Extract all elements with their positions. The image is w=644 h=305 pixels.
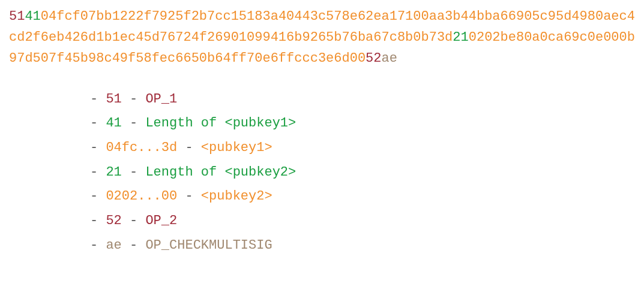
legend-block: - 51 - OP_1- 41 - Length of <pubkey1>- 0…	[9, 87, 635, 258]
legend-dash: -	[90, 116, 106, 131]
legend-dash: -	[90, 189, 106, 204]
legend-dash: -	[90, 140, 106, 155]
legend-byte: 21	[106, 165, 121, 180]
legend-description: Length of <pubkey1>	[145, 116, 296, 131]
legend-dash: -	[177, 140, 201, 155]
legend-row: - 0202...00 - <pubkey2>	[90, 185, 635, 209]
legend-row: - 04fc...3d - <pubkey1>	[90, 136, 635, 161]
legend-description: <pubkey1>	[201, 140, 272, 155]
legend-dash: -	[90, 92, 106, 107]
legend-description: OP_1	[145, 92, 177, 107]
legend-dash: -	[177, 189, 201, 204]
legend-row: - 41 - Length of <pubkey1>	[90, 111, 635, 136]
legend-dash: -	[90, 165, 106, 180]
legend-byte: 41	[106, 116, 121, 131]
legend-dash: -	[90, 213, 106, 228]
legend-row: - 52 - OP_2	[90, 209, 635, 234]
legend-description: OP_2	[145, 213, 177, 228]
legend-dash: -	[122, 165, 146, 180]
legend-dash: -	[122, 213, 146, 228]
legend-byte: ae	[106, 238, 121, 253]
hex-opcode-checkmultisig: ae	[382, 51, 397, 66]
legend-description: Length of <pubkey2>	[145, 165, 296, 180]
legend-description: <pubkey2>	[201, 189, 272, 204]
legend-description: OP_CHECKMULTISIG	[145, 238, 272, 253]
legend-row: - ae - OP_CHECKMULTISIG	[90, 234, 635, 258]
legend-dash: -	[122, 116, 146, 131]
hex-length-pubkey1: 41	[25, 9, 40, 24]
hex-length-pubkey2: 21	[453, 30, 468, 45]
hex-string-block: 514104fcf07bb1222f7925f2b7cc15183a40443c…	[9, 6, 635, 70]
legend-dash: -	[122, 238, 146, 253]
legend-byte: 52	[106, 213, 121, 228]
legend-dash: -	[122, 92, 146, 107]
legend-row: - 51 - OP_1	[90, 87, 635, 112]
spacer	[9, 70, 635, 87]
hex-opcode-op2: 52	[366, 51, 381, 66]
legend-dash: -	[90, 238, 106, 253]
legend-byte: 51	[106, 92, 121, 107]
legend-byte: 04fc...3d	[106, 140, 177, 155]
legend-byte: 0202...00	[106, 189, 177, 204]
legend-row: - 21 - Length of <pubkey2>	[90, 161, 635, 185]
hex-opcode-op1: 51	[9, 9, 25, 24]
